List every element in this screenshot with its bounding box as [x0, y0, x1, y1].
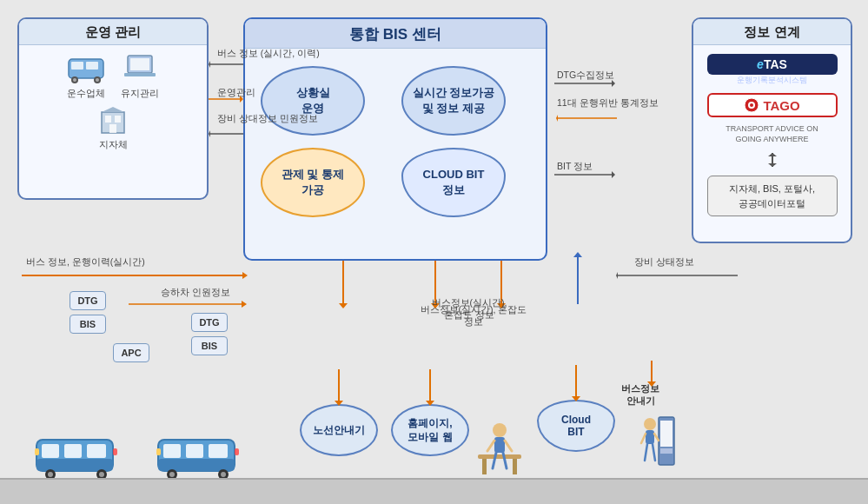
equip-status-label: 장비 상태정보: [634, 256, 694, 269]
svg-rect-60: [235, 448, 239, 455]
svg-marker-22: [209, 61, 210, 68]
laptop-label: 유지관리: [121, 87, 159, 100]
svg-rect-65: [478, 454, 521, 459]
svg-rect-41: [64, 444, 82, 458]
info-panel: 정보 연계 eTAS 운행기록분석시스템 TAGO TRANSPORT ADVI…: [692, 17, 852, 243]
cloud-bit-node-label: CloudBIT: [561, 414, 591, 438]
svg-rect-9: [124, 73, 156, 76]
bus-operator-label: 운수업체: [67, 87, 105, 100]
cloud-bit-up-arrow: [572, 252, 584, 304]
svg-marker-64: [426, 401, 434, 406]
route-guide-node: 노선안내기: [300, 404, 378, 456]
svg-point-4: [73, 78, 76, 82]
ops-panel-body: 운수업체 유지관리: [19, 45, 207, 160]
info-panel-title: 정보 연계: [693, 19, 851, 45]
etas-logo: eTAS: [707, 54, 838, 75]
mid-bus: [156, 433, 239, 478]
cloud-bit-label: CLOUD BIT정보: [423, 167, 485, 198]
bit-info-arrow: [554, 169, 615, 180]
svg-marker-34: [242, 272, 248, 279]
bus-svg: [67, 56, 105, 83]
left-bus: [35, 433, 117, 478]
svg-rect-78: [660, 448, 673, 454]
terminal-svg: [634, 408, 678, 478]
svg-marker-75: [572, 396, 580, 401]
dtg-box-left: DTG: [70, 291, 106, 310]
terminal-down-arrow: [643, 361, 660, 387]
bis-panel-title: 통합 BIS 센터: [245, 19, 546, 49]
svg-point-68: [493, 423, 507, 437]
bus-terminal-figure: 버스정보안내기: [634, 408, 678, 478]
svg-rect-52: [186, 444, 203, 458]
bis-box-right: BIS: [191, 336, 228, 355]
svg-rect-66: [482, 459, 487, 474]
svg-rect-1: [71, 62, 83, 70]
violations-label: 11대 운행위반 통계정보: [557, 97, 659, 109]
svg-marker-32: [612, 171, 615, 178]
equip-status-arrow: [616, 269, 738, 282]
building-label: 지자체: [99, 138, 128, 151]
ops-icons-row: 운수업체 유지관리: [67, 54, 159, 100]
svg-line-71: [505, 441, 512, 451]
etas-subtitle: 운행기록분석시스템: [707, 75, 838, 86]
svg-rect-12: [115, 116, 121, 123]
equipment-arrow: [209, 129, 243, 139]
boarding-label: 승하차 인원정보: [130, 287, 261, 299]
svg-marker-36: [242, 301, 247, 308]
bus-stop-figure: [474, 413, 526, 478]
local-agencies-label: 지자체, BIS, 포털사,공공데이터포털: [729, 183, 815, 209]
realtime-info-cell: 실시간 정보가공및 정보 제공: [401, 66, 506, 136]
bis-box-left: BIS: [70, 315, 106, 334]
boarding-arrow: [129, 299, 247, 309]
ops-panel: 운영 관리 운수업체: [17, 17, 209, 200]
bus-run-arrow: [22, 269, 248, 282]
svg-point-6: [96, 78, 99, 82]
bis-panel-body: 상황실운영 실시간 정보가공및 정보 제공 관제 및 통제가공 CLOUD BI…: [245, 49, 546, 235]
svg-line-84: [653, 444, 655, 461]
control-label: 관제 및 통제가공: [282, 167, 344, 198]
left-bus-svg: [35, 433, 117, 478]
situation-room-cell: 상황실운영: [261, 66, 365, 136]
svg-rect-42: [87, 444, 106, 458]
svg-rect-49: [113, 448, 117, 455]
svg-marker-14: [102, 107, 124, 112]
svg-marker-20: [768, 163, 777, 167]
bus-operator-icon-box: 운수업체: [67, 56, 105, 100]
info-panel-body: eTAS 운행기록분석시스템 TAGO TRANSPORT ADVICE ONG…: [693, 45, 851, 225]
svg-point-17: [750, 103, 753, 107]
svg-rect-69: [494, 437, 505, 453]
svg-point-79: [644, 418, 656, 430]
svg-rect-13: [109, 124, 116, 133]
svg-rect-67: [513, 459, 517, 474]
svg-rect-40: [42, 444, 59, 458]
equipment-label: 장비 상대정보 민원정보: [217, 113, 318, 125]
svg-marker-38: [616, 272, 618, 279]
svg-rect-59: [156, 448, 161, 455]
bus-info-arrow: [209, 59, 243, 70]
building-svg: [95, 105, 131, 135]
cloud-bit-oval: CloudBIT: [537, 400, 615, 452]
bus-info-label: 버스 정보 (실시간, 이력): [217, 48, 320, 60]
svg-rect-54: [158, 459, 235, 471]
ops-panel-title: 운영 관리: [19, 19, 207, 45]
control-cell: 관제 및 통제가공: [261, 148, 365, 217]
violations-arrow: [556, 113, 617, 123]
tago-logo: TAGO: [707, 93, 838, 117]
svg-marker-28: [612, 80, 615, 87]
bus-stop-svg: [474, 413, 526, 478]
svg-rect-8: [130, 58, 149, 70]
homepage-node: 홈페이지,모바일 웹: [391, 404, 469, 456]
etas-container: eTAS 운행기록분석시스템: [707, 54, 838, 86]
svg-rect-77: [660, 421, 673, 447]
main-diagram: 운영 관리 운수업체: [0, 0, 868, 504]
bus-realtime-bottom-label: 버스정보(실시간),혼잡도 정보: [400, 297, 539, 321]
homepage-oval: 홈페이지,모바일 웹: [391, 404, 469, 456]
laptop-icon-box: 유지관리: [121, 54, 159, 100]
laptop-svg: [123, 54, 157, 83]
svg-marker-94: [573, 252, 582, 257]
dtg-info-arrow: [554, 78, 615, 89]
bis-to-route-arrow: [337, 261, 349, 308]
svg-rect-11: [105, 116, 111, 123]
ground-strip: [0, 478, 868, 504]
svg-marker-88: [339, 303, 348, 308]
